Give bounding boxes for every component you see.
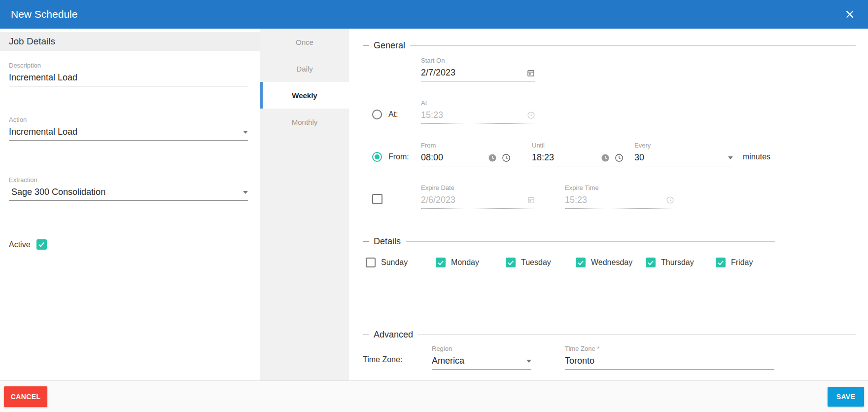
advanced-legend-text: Advanced <box>374 330 413 340</box>
expire-row: Expire Date 2/6/2023 Expire Time 15:23 <box>363 184 856 209</box>
dialog-title: New Schedule <box>11 8 77 20</box>
thursday-label: Thursday <box>661 258 694 267</box>
expire-time-field[interactable]: Expire Time 15:23 <box>565 184 674 209</box>
active-checkbox[interactable] <box>36 239 47 250</box>
extraction-value[interactable]: Sage 300 Consolidation <box>9 187 243 197</box>
tab-daily-label: Daily <box>296 65 312 73</box>
description-label: Description <box>9 62 248 69</box>
dialog-header: New Schedule <box>0 0 868 29</box>
dialog-body: Job Details Description Incremental Load… <box>0 29 868 380</box>
active-label: Active <box>9 240 31 249</box>
clock-outline-icon[interactable] <box>502 153 511 162</box>
start-on-value[interactable]: 2/7/2023 <box>421 68 526 78</box>
thursday-checkbox[interactable] <box>646 258 656 267</box>
minutes-label: minutes <box>743 152 770 166</box>
new-schedule-dialog: New Schedule Job Details Description Inc… <box>0 0 868 412</box>
calendar-icon[interactable] <box>527 196 535 204</box>
action-value[interactable]: Incremental Load <box>9 127 243 137</box>
weekday-checkboxes: Sunday Monday Tuesday Wednesday Thursday <box>363 258 856 267</box>
at-radio[interactable] <box>372 110 382 119</box>
at-time-label: At <box>421 99 535 107</box>
extraction-label: Extraction <box>9 176 248 184</box>
from-time-label: From <box>421 142 511 149</box>
clock-icon[interactable] <box>666 196 674 204</box>
every-value[interactable]: 30 <box>634 152 728 163</box>
expire-checkbox[interactable] <box>372 194 382 204</box>
chevron-down-icon[interactable] <box>728 156 733 159</box>
from-radio[interactable] <box>372 152 382 162</box>
tuesday-label: Tuesday <box>521 258 551 267</box>
action-select[interactable]: Action Incremental Load <box>9 116 248 141</box>
day-item-tuesday: Tuesday <box>506 258 576 267</box>
until-time-field[interactable]: Until 18:23 <box>532 142 624 166</box>
day-item-monday: Monday <box>436 258 506 267</box>
action-label: Action <box>9 116 248 123</box>
tab-monthly[interactable]: Monthly <box>260 109 349 135</box>
day-item-friday: Friday <box>716 258 786 267</box>
wednesday-label: Wednesday <box>591 258 632 267</box>
at-time-field[interactable]: At 15:23 <box>421 99 535 124</box>
details-section-legend: Details <box>363 236 775 247</box>
from-time-field[interactable]: From 08:00 <box>421 142 511 166</box>
check-icon <box>38 241 44 247</box>
at-radio-label: At: <box>388 110 398 119</box>
tab-once[interactable]: Once <box>260 29 349 55</box>
expire-date-field[interactable]: Expire Date 2/6/2023 <box>421 184 535 209</box>
job-details-title: Job Details <box>0 32 260 51</box>
start-on-field[interactable]: Start On 2/7/2023 <box>421 57 535 81</box>
time-zone-row: Time Zone: Region America Time Zone * To… <box>363 345 856 370</box>
tab-weekly[interactable]: Weekly <box>260 82 349 109</box>
clock-outline-icon[interactable] <box>615 153 624 162</box>
chevron-down-icon[interactable] <box>243 191 248 194</box>
until-time-value[interactable]: 18:23 <box>532 152 601 163</box>
chevron-down-icon[interactable] <box>526 360 531 363</box>
description-field[interactable]: Description Incremental Load <box>9 62 248 86</box>
time-zone-row-label: Time Zone: <box>363 355 432 370</box>
expire-time-label: Expire Time <box>565 184 674 191</box>
day-item-thursday: Thursday <box>646 258 716 267</box>
day-item-wednesday: Wednesday <box>576 258 646 267</box>
clock-filled-icon[interactable] <box>601 153 610 162</box>
description-value[interactable]: Incremental Load <box>9 73 248 83</box>
chevron-down-icon[interactable] <box>243 131 248 134</box>
tab-daily[interactable]: Daily <box>260 55 349 82</box>
expire-time-value[interactable]: 15:23 <box>565 195 666 205</box>
sunday-label: Sunday <box>381 258 408 267</box>
calendar-icon[interactable] <box>526 69 535 77</box>
extraction-select[interactable]: Extraction Sage 300 Consolidation <box>9 176 248 201</box>
wednesday-checkbox[interactable] <box>576 258 586 267</box>
from-radio-label: From: <box>388 152 409 161</box>
details-legend-text: Details <box>374 236 401 247</box>
at-row: At: At 15:23 <box>363 99 856 124</box>
general-section-legend: General <box>363 40 856 51</box>
clock-icon[interactable] <box>527 111 535 119</box>
region-select[interactable]: Region America <box>432 345 531 370</box>
time-zone-value[interactable]: Toronto <box>565 356 774 366</box>
expire-date-value[interactable]: 2/6/2023 <box>421 195 527 205</box>
from-time-value[interactable]: 08:00 <box>421 152 488 163</box>
close-icon[interactable] <box>843 8 856 21</box>
cancel-button[interactable]: CANCEL <box>4 386 47 407</box>
job-details-fields: Description Incremental Load Action Incr… <box>0 62 260 250</box>
dialog-footer: CANCEL SAVE <box>0 380 868 412</box>
at-time-value[interactable]: 15:23 <box>421 110 527 120</box>
monday-checkbox[interactable] <box>436 258 446 267</box>
monday-label: Monday <box>451 258 479 267</box>
job-details-panel: Job Details Description Incremental Load… <box>0 29 260 380</box>
time-zone-field[interactable]: Time Zone * Toronto <box>565 345 774 370</box>
save-button[interactable]: SAVE <box>828 387 864 407</box>
every-select[interactable]: Every 30 <box>634 142 733 166</box>
tab-monthly-label: Monthly <box>292 118 318 126</box>
tab-once-label: Once <box>296 38 313 46</box>
active-row: Active <box>9 239 248 250</box>
friday-checkbox[interactable] <box>716 258 726 267</box>
expire-date-label: Expire Date <box>421 184 535 191</box>
region-value[interactable]: America <box>432 356 526 366</box>
general-legend-text: General <box>374 40 405 51</box>
clock-filled-icon[interactable] <box>488 153 497 162</box>
tab-weekly-label: Weekly <box>292 91 317 100</box>
start-on-row: Start On 2/7/2023 <box>363 57 856 81</box>
tuesday-checkbox[interactable] <box>506 258 516 267</box>
sunday-checkbox[interactable] <box>366 258 376 267</box>
from-row: From: From 08:00 <box>363 142 856 166</box>
